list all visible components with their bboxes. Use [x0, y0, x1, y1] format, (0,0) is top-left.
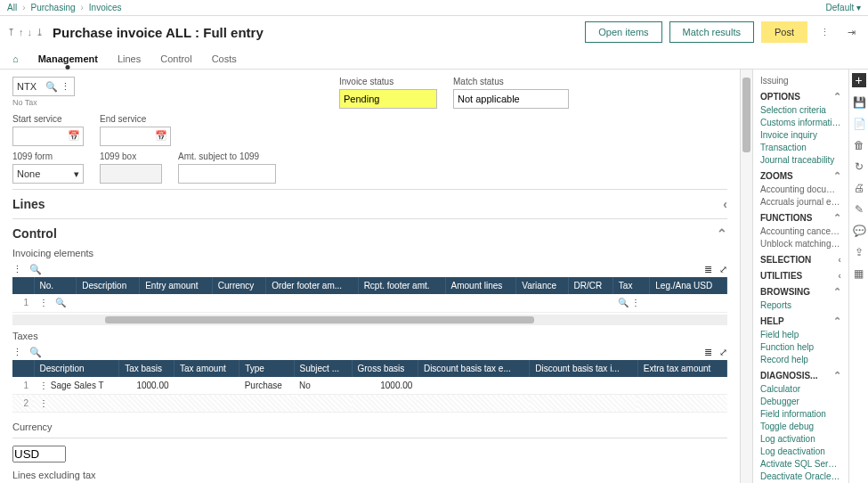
- chevron-up-icon[interactable]: ⌃: [717, 226, 727, 241]
- col-taxamt[interactable]: Tax amount: [174, 360, 239, 377]
- col-leg[interactable]: Leg./Ana USD: [650, 277, 727, 294]
- table-row[interactable]: 2⋮: [12, 395, 727, 413]
- first-record-icon[interactable]: ⤒: [7, 27, 15, 38]
- bc-invoices[interactable]: Invoices: [89, 3, 122, 12]
- tab-management[interactable]: Management: [38, 53, 98, 64]
- sql-trace-link[interactable]: Activate SQL Server tr...: [760, 459, 841, 469]
- journal-traceability-link[interactable]: Journal traceability: [760, 155, 841, 165]
- control-section-header[interactable]: Control ⌃: [12, 226, 727, 241]
- oracle-log-link[interactable]: Deactivate Oracle log: [760, 471, 841, 481]
- edit-icon[interactable]: ✎: [853, 203, 865, 216]
- search-icon[interactable]: 🔍: [29, 347, 42, 358]
- col-desc[interactable]: Description: [34, 360, 119, 377]
- col-desc[interactable]: Description: [77, 277, 140, 294]
- col-rcpt[interactable]: Rcpt. footer amt.: [358, 277, 445, 294]
- col-amt[interactable]: Amount lines: [445, 277, 516, 294]
- currency-input[interactable]: [12, 446, 66, 463]
- home-icon[interactable]: ⌂: [12, 53, 19, 64]
- lines-section-header[interactable]: Lines ‹: [12, 197, 727, 211]
- col-gross[interactable]: Gross basis: [352, 360, 418, 377]
- form1099-select[interactable]: None▾: [12, 164, 84, 184]
- col-disc2[interactable]: Discount basis tax i...: [530, 360, 638, 377]
- log-activation-link[interactable]: Log activation: [760, 434, 841, 444]
- filter-icon[interactable]: ≣: [704, 264, 712, 275]
- default-dropdown[interactable]: Default ▾: [826, 3, 861, 12]
- debugger-link[interactable]: Debugger: [760, 397, 841, 406]
- zooms-header[interactable]: ZOOMS⌃: [760, 170, 841, 182]
- customs-info-link[interactable]: Customs information: [760, 118, 841, 127]
- table-menu-icon[interactable]: ⋮: [12, 347, 22, 358]
- toggle-debug-link[interactable]: Toggle debug: [760, 422, 841, 431]
- refresh-icon[interactable]: ↻: [853, 160, 865, 173]
- horizontal-scrollbar[interactable]: [12, 315, 727, 325]
- col-tax[interactable]: Tax: [612, 277, 649, 294]
- options-header[interactable]: OPTIONS⌃: [760, 91, 841, 102]
- invoice-inquiry-link[interactable]: Invoice inquiry: [760, 130, 841, 140]
- utilities-header[interactable]: UTILITIES‹: [760, 270, 841, 281]
- match-results-button[interactable]: Match results: [669, 21, 754, 43]
- search-icon[interactable]: 🔍: [29, 264, 42, 275]
- col-curr[interactable]: Currency: [212, 277, 265, 294]
- save-icon[interactable]: 💾: [853, 96, 865, 109]
- reports-link[interactable]: Reports: [760, 300, 841, 310]
- chevron-left-icon[interactable]: ‹: [723, 197, 727, 211]
- calendar-icon[interactable]: 📅: [68, 130, 80, 142]
- table-menu-icon[interactable]: ⋮: [12, 264, 22, 275]
- col-order[interactable]: Order footer am...: [266, 277, 359, 294]
- more-menu-icon[interactable]: ⋮: [815, 22, 834, 42]
- help-header[interactable]: HELP⌃: [760, 315, 841, 327]
- open-items-button[interactable]: Open items: [585, 21, 661, 43]
- vertical-scrollbar[interactable]: [740, 70, 752, 483]
- issuing-link[interactable]: Issuing: [760, 76, 841, 86]
- accruals-link[interactable]: Accruals journal entries: [760, 197, 841, 207]
- accounting-doc-link[interactable]: Accounting document: [760, 184, 841, 194]
- share-icon[interactable]: ⇪: [853, 246, 865, 258]
- function-help-link[interactable]: Function help: [760, 342, 841, 352]
- print-icon[interactable]: 🖨: [853, 182, 865, 194]
- expand-icon[interactable]: ⤢: [719, 264, 727, 275]
- tab-lines[interactable]: Lines: [118, 53, 141, 64]
- col-no[interactable]: No.: [34, 277, 77, 294]
- expand-icon[interactable]: ⤢: [719, 347, 727, 358]
- bc-all[interactable]: All: [7, 3, 17, 12]
- match-status-field[interactable]: [453, 89, 569, 109]
- col-var[interactable]: Variance: [516, 277, 568, 294]
- record-help-link[interactable]: Record help: [760, 355, 841, 364]
- browsing-header[interactable]: BROWSING⌃: [760, 286, 841, 298]
- functions-header[interactable]: FUNCTIONS⌃: [760, 212, 841, 224]
- col-entry[interactable]: Entry amount: [140, 277, 213, 294]
- tab-control[interactable]: Control: [160, 53, 191, 64]
- diagnosis-header[interactable]: DIAGNOSIS...⌃: [760, 370, 841, 381]
- log-deactivation-link[interactable]: Log deactivation: [760, 446, 841, 456]
- col-basis[interactable]: Tax basis: [119, 360, 174, 377]
- calendar-icon[interactable]: 📅: [155, 130, 167, 142]
- table-row[interactable]: 1⋮ 🔍🔍 ⋮: [12, 294, 727, 312]
- col-subj[interactable]: Subject ...: [294, 360, 352, 377]
- field-help-link[interactable]: Field help: [760, 330, 841, 340]
- attach-icon[interactable]: ▦: [853, 267, 865, 280]
- field-info-link[interactable]: Field information: [760, 409, 841, 419]
- new-icon[interactable]: 📄: [853, 118, 865, 130]
- calculator-link[interactable]: Calculator: [760, 384, 841, 394]
- col-type[interactable]: Type: [239, 360, 294, 377]
- amt-subject-input[interactable]: [178, 164, 276, 184]
- post-button[interactable]: Post: [761, 21, 807, 43]
- col-drcr[interactable]: DR/CR: [568, 277, 612, 294]
- transaction-link[interactable]: Transaction: [760, 143, 841, 152]
- invoice-status-field[interactable]: [339, 89, 437, 109]
- col-disc1[interactable]: Discount basis tax e...: [418, 360, 529, 377]
- acc-cancel-link[interactable]: Accounting cancellation: [760, 226, 841, 236]
- tab-costs[interactable]: Costs: [212, 53, 237, 64]
- next-record-icon[interactable]: ↓: [28, 27, 33, 38]
- bc-purchasing[interactable]: Purchasing: [30, 3, 75, 12]
- comment-icon[interactable]: 💬: [853, 225, 865, 237]
- prev-record-icon[interactable]: ↑: [19, 27, 24, 38]
- selection-criteria-link[interactable]: Selection criteria: [760, 105, 841, 115]
- selection-header[interactable]: SELECTION‹: [760, 254, 841, 265]
- col-extra[interactable]: Extra tax amount: [637, 360, 726, 377]
- table-row[interactable]: 1 ⋮ Sage Sales T 1000.00 Purchase No 100…: [12, 377, 727, 395]
- last-record-icon[interactable]: ⤓: [36, 27, 44, 38]
- filter-icon[interactable]: ≣: [704, 347, 712, 358]
- ntx-lookup[interactable]: NTX🔍 ⋮: [12, 77, 75, 96]
- add-icon[interactable]: +: [852, 73, 866, 87]
